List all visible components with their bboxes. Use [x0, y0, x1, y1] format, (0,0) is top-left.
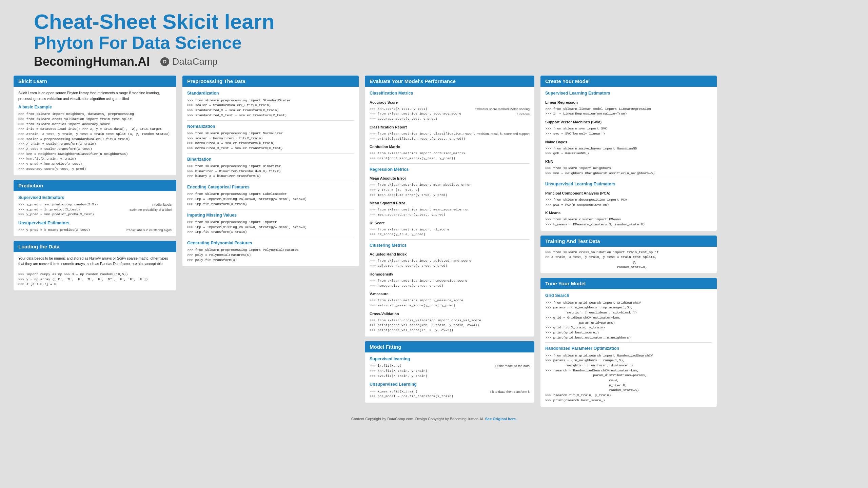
training-code: >>> from sklearn.cross_validation import… [545, 250, 712, 270]
mse-title: Mean Squared Error [370, 200, 530, 206]
column-2: Preprocessing The Data Standardization >… [182, 76, 359, 271]
supervised-right1: Predict labels [124, 202, 172, 207]
loading-code: >>> import numpy as np >>> X = np.random… [18, 272, 172, 287]
r2-code: >>> from sklearn.metrics import r2_score… [370, 227, 530, 237]
skicit-learn-header: Skicit Learn [14, 76, 176, 87]
unsupervised-right: Predict labels in clustering algos [117, 228, 172, 233]
crossval-title: Cross-Validation [370, 311, 530, 317]
model-unsupervised-title: Unsupervised Learning [370, 381, 530, 388]
tune-header: Tune Your Model [540, 278, 717, 289]
model-supervised-title: Supervised learning [370, 356, 530, 362]
column-1: Skicit Learn Skicit Learn is an open sou… [14, 76, 176, 295]
classification-report-right: Precision, recall, f1-score and support [476, 131, 530, 137]
vmeasure-code: >>> from sklearn.metrics import v_measur… [370, 298, 530, 308]
grid-search-code: >>> from sklearn.grid_search import Grid… [545, 301, 712, 341]
encoding-title: Encoding Categorical Features [187, 184, 354, 190]
naive-bayes-title: Naive Bayes [545, 139, 712, 145]
datacamp-icon: D [160, 57, 170, 66]
r2-title: R² Score [370, 220, 530, 226]
training-header: Training And Test Data [540, 236, 717, 247]
mae-title: Mean Absolute Error [370, 176, 530, 181]
unsupervised-estimators-code: >>> y_pred = k_means.predict(X_test) [18, 228, 90, 233]
ari-title: Adjusted Rand Index [370, 251, 530, 257]
prediction-section: Prediction Supervised Estimators >>> y_p… [14, 180, 176, 237]
brand-label: BecomingHuman.AI [34, 55, 150, 69]
tune-body: Grid Search >>> from sklearn.grid_search… [540, 289, 717, 406]
preprocessing-body: Standardization >>> from sklearn.preproc… [182, 87, 359, 266]
svm-title: Support Vector Machines (SVM) [545, 119, 712, 125]
normalization-code: >>> from sklearn.preprocessing import No… [187, 131, 354, 151]
preprocessing-section: Preprocessing The Data Standardization >… [182, 76, 359, 266]
title-line2: Phyton For Data Science [34, 33, 854, 53]
tune-section: Tune Your Model Grid Search >>> from skl… [540, 278, 717, 406]
footer-text: Content Copyright by DataCamp.com. Desig… [351, 417, 484, 421]
column-3: Evaluate Your Model's Performance Classi… [365, 76, 534, 407]
footer-link[interactable]: See Original here. [485, 417, 517, 421]
datacamp-label: D DataCamp [160, 56, 218, 67]
supervised-estimators-code: >>> y_pred = svc.predict(np.random(2.5))… [18, 202, 98, 217]
kmeans-code: >>> from sklearn.cluster import KMeans >… [545, 217, 712, 227]
preprocessing-header: Preprocessing The Data [182, 76, 359, 87]
loading-section: Loading the Data Your data beeds to be n… [14, 241, 176, 290]
svg-text:D: D [163, 59, 166, 64]
evaluate-section: Evaluate Your Model's Performance Classi… [365, 76, 534, 336]
standardization-title: Standardization [187, 90, 354, 97]
skicit-learn-section: Skicit Learn Skicit Learn is an open sou… [14, 76, 176, 175]
accuracy-right: Estimator score method Metric scoring fu… [461, 107, 530, 117]
confusion-matrix-code: >>> from sklearn.metrics import confusio… [370, 151, 530, 161]
accuracy-title: Accuracy Score [370, 100, 530, 105]
linear-regression-title: Linear Regression [545, 100, 712, 105]
crossval-code: >>> from sklearn.cross_validation import… [370, 318, 530, 333]
binarization-code: >>> from sklearn.preprocessing import Bi… [187, 164, 354, 179]
model-supervised-code: >>> lr.fit(X, y) >>> knn.fit(X_train, y_… [370, 364, 428, 379]
loading-description: Your data beeds to be nnueric and stored… [18, 256, 172, 267]
unsupervised-estimators-title: Unsupervised Estimators [18, 220, 172, 226]
polynomial-code: >>> from sklearn.preprocessing import Po… [187, 248, 354, 263]
encoding-code: >>> from sklearn.preprocessing import La… [187, 192, 354, 207]
knn-create-title: KNN [545, 159, 712, 165]
create-model-section: Create Your Model Supervised Learning Es… [540, 76, 717, 230]
title-line1: Cheat-Sheet Skicit learn [34, 10, 854, 33]
evaluate-header: Evaluate Your Model's Performance [365, 76, 534, 87]
kmeans-title: K Means [545, 210, 712, 216]
random-optimization-title: Randomized Parameter Optimization [545, 345, 712, 352]
pca-code: >>> from sklearn.decomposition import PC… [545, 198, 712, 207]
knn-create-code: >>> from sklearn import neighbors >>> kn… [545, 166, 712, 176]
loading-header: Loading the Data [14, 241, 176, 252]
confusion-matrix-title: Confusion Matrix [370, 144, 530, 150]
model-fitting-section: Model Fitting Supervised learning >>> lr… [365, 341, 534, 403]
imputing-title: Imputing Missing Values [187, 212, 354, 219]
vmeasure-title: V-measure [370, 291, 530, 297]
training-section: Training And Test Data >>> from sklearn.… [540, 236, 717, 273]
clustering-metrics-title: Clustering Metrics [370, 242, 530, 249]
ari-code: >>> from sklearn.metrics import adjusted… [370, 259, 530, 268]
prediction-header: Prediction [14, 180, 176, 191]
evaluate-body: Classification Metrics Accuracy Score >>… [365, 87, 534, 336]
create-model-body: Supervised Learning Estimators Linear Re… [540, 87, 717, 230]
standardization-code: >>> from sklearn.preprocessing import St… [187, 98, 354, 118]
model-unsupervised-code: >>> k_means.fit(X_train) >>> pca_model =… [370, 389, 453, 399]
model-unsupervised-right: Fit to data, then transform it [486, 389, 530, 394]
loading-body: Your data beeds to be nnueric and stored… [14, 252, 176, 290]
column-4: Create Your Model Supervised Learning Es… [540, 76, 717, 411]
basic-example-code: >>> from sklearn import neighbors, datas… [18, 112, 172, 171]
naive-bayes-code: >>> from sklearn.naive_bayes import Gaus… [545, 146, 712, 156]
random-optimization-code: >>> from sklearn.grid_search import Rand… [545, 353, 712, 403]
normalization-title: Normalization [187, 123, 354, 130]
supervised-learning-estimators-title: Supervised Learning Estimators [545, 90, 712, 97]
header: Cheat-Sheet Skicit learn Phyton For Data… [14, 10, 854, 69]
pca-title: Principal Component Analysis (PCA) [545, 190, 712, 196]
classification-report-title: Classification Report [370, 124, 530, 130]
skicit-learn-body: Skicit Learn is an open source Phyton li… [14, 87, 176, 175]
training-body: >>> from sklearn.cross_validation import… [540, 247, 717, 273]
page: Cheat-Sheet Skicit learn Phyton For Data… [0, 0, 868, 488]
mse-code: >>> from sklearn.metrics import mean_squ… [370, 207, 530, 217]
homogeneity-title: Homogeneity [370, 271, 530, 277]
svm-code: >>> from sklearn.svm import SVC >>> svc … [545, 126, 712, 136]
unsupervised-learning-estimators-title: Unsupervised Learning Estimators [545, 181, 712, 187]
supervised-right2: Estimate probability of a label [124, 207, 172, 212]
homogeneity-code: >>> from sklearn.metrics import homogene… [370, 279, 530, 288]
create-model-header: Create Your Model [540, 76, 717, 87]
model-supervised-right: Fit the model to the data [486, 364, 530, 369]
regression-metrics-title: Regression Metrics [370, 166, 530, 173]
